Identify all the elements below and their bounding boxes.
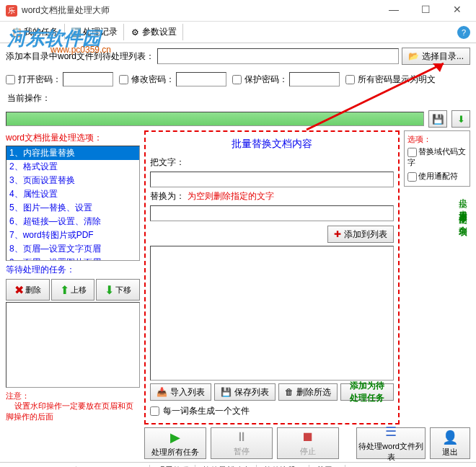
- download-button[interactable]: ⬇: [451, 110, 470, 128]
- exit-button[interactable]: 👤 退出: [430, 427, 470, 459]
- open-pw-label: 打开密码：: [18, 74, 61, 86]
- plain-pw-checkbox[interactable]: [345, 75, 355, 84]
- delete-selected-button[interactable]: 🗑删除所选: [278, 383, 338, 401]
- stop-button[interactable]: ⏹ 停止: [277, 427, 339, 459]
- person-icon: 👤: [442, 430, 458, 445]
- save-button[interactable]: 💾: [428, 110, 447, 128]
- plain-pw-label: 所有密码显示为明文: [358, 74, 436, 86]
- options-title: word文档批量处理选项：: [6, 130, 140, 146]
- my-tasks-button[interactable]: 📋 我的任务: [6, 24, 65, 40]
- trash-icon: 🗑: [285, 387, 294, 397]
- progress-bar: [6, 112, 424, 126]
- modify-pw-checkbox[interactable]: [119, 75, 128, 84]
- options-box: 选项： 替换域代码文字 使用通配符: [404, 130, 470, 187]
- list-item[interactable]: 5、图片—替换、设置: [6, 201, 139, 215]
- list-item[interactable]: 1、内容批量替换: [6, 146, 139, 160]
- modify-pw-label: 修改密码：: [131, 74, 175, 86]
- play-icon: ▶: [170, 430, 180, 445]
- folder-icon: 📂: [408, 51, 419, 61]
- import-icon: 📥: [157, 387, 167, 397]
- save-icon: 💾: [432, 114, 444, 125]
- add-to-list-button[interactable]: ✚ 添加到列表: [327, 226, 394, 243]
- list-icon: ☰: [385, 424, 397, 440]
- pending-list[interactable]: [6, 302, 140, 388]
- close-button[interactable]: ✕: [444, 4, 470, 18]
- download-icon: ⬇: [457, 114, 465, 125]
- maximize-button[interactable]: ☐: [413, 4, 438, 18]
- move-down-button[interactable]: ⬇下移: [96, 279, 140, 301]
- list-item[interactable]: 4、属性设置: [6, 187, 139, 201]
- each-file-checkbox[interactable]: [150, 406, 159, 416]
- window-title: word文档批量处理大师: [22, 4, 381, 17]
- add-dir-label: 添加本目录中word文件到待处理列表：: [6, 50, 154, 63]
- add-pending-button[interactable]: 添加为待处理任务: [340, 383, 394, 401]
- list-item[interactable]: 7、word转图片或PDF: [6, 228, 139, 242]
- options-list[interactable]: 1、内容批量替换 2、格式设置 3、页面设置替换 4、属性设置 5、图片—替换、…: [6, 146, 140, 261]
- delete-button[interactable]: ✖删除: [6, 279, 50, 301]
- process-all-button[interactable]: ▶ 处理所有任务: [144, 427, 206, 459]
- add-dir-input[interactable]: [157, 48, 399, 64]
- history-icon: 🔄: [71, 27, 81, 37]
- minimize-button[interactable]: —: [381, 4, 407, 18]
- note-text: 注意： 设置水印操作一定要放在页眉和页脚操作的后面: [6, 388, 140, 424]
- plus-icon: ✚: [334, 229, 341, 239]
- text-input[interactable]: [150, 172, 394, 187]
- current-op-label: 当前操作：: [0, 89, 476, 107]
- pause-button[interactable]: ⏸ 暂停: [211, 427, 273, 459]
- tip-text: 提示：未注册用户最多使用３个列表项: [404, 190, 470, 225]
- pending-files-button[interactable]: ☰ 待处理word文件列表: [356, 427, 426, 459]
- pending-title: 等待处理的任务：: [6, 261, 140, 277]
- protect-pw-checkbox[interactable]: [232, 75, 242, 84]
- protect-pw-label: 保护密码：: [244, 74, 288, 86]
- each-file-label: 每一词条生成一个文件: [163, 406, 250, 416]
- replacement-list[interactable]: [150, 246, 394, 381]
- move-up-button[interactable]: ⬆上移: [51, 279, 95, 301]
- import-list-button[interactable]: 📥导入列表: [150, 383, 211, 401]
- list-item[interactable]: 6、超链接—设置、清除: [6, 215, 139, 228]
- replace-input[interactable]: [150, 205, 394, 221]
- open-pw-checkbox[interactable]: [6, 75, 15, 84]
- tasks-icon: 📋: [12, 27, 22, 37]
- list-item[interactable]: 3、页面设置替换: [6, 174, 139, 187]
- save-list-button[interactable]: 💾保存列表: [214, 383, 276, 401]
- modify-pw-input[interactable]: [176, 72, 226, 86]
- panel-title: 批量替换文档内容: [150, 136, 394, 155]
- help-button[interactable]: ?: [457, 26, 470, 39]
- arrow-up-icon: ⬆: [60, 283, 69, 297]
- pause-icon: ⏸: [235, 430, 248, 445]
- save-icon: 💾: [221, 387, 232, 397]
- list-item[interactable]: 2、格式设置: [6, 160, 139, 174]
- gear-icon: ⚙: [130, 27, 140, 37]
- stop-icon: ⏹: [301, 430, 314, 445]
- opts-box-title: 选项：: [407, 134, 467, 145]
- replace-hint: 为空则删除指定的文字: [188, 190, 274, 203]
- replace-label: 替换为：: [150, 190, 185, 203]
- list-item[interactable]: 8、页眉—设置文字页眉: [6, 242, 139, 256]
- history-button[interactable]: 🔄 处理记录: [65, 24, 124, 40]
- code-text-checkbox[interactable]: [407, 148, 417, 157]
- arrow-down-icon: ⬇: [105, 283, 114, 297]
- wildcard-checkbox[interactable]: [407, 172, 417, 182]
- list-item[interactable]: 9、页眉—设置图片页眉: [6, 256, 139, 261]
- protect-pw-input[interactable]: [289, 72, 340, 86]
- text-label: 把文字：: [150, 156, 185, 169]
- open-pw-input[interactable]: [63, 72, 113, 86]
- settings-button[interactable]: ⚙ 参数设置: [124, 24, 183, 40]
- app-logo-icon: 乐: [6, 5, 17, 17]
- choose-dir-button[interactable]: 📂 选择目录...: [402, 48, 470, 65]
- x-icon: ✖: [14, 283, 24, 297]
